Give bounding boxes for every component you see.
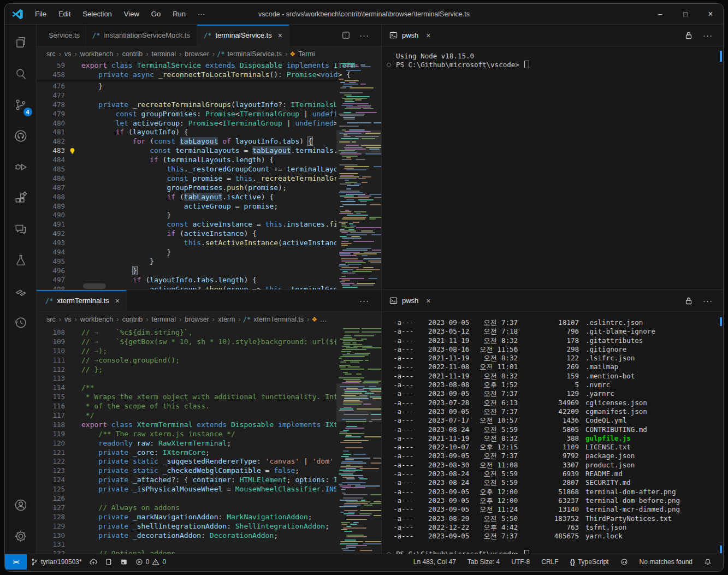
- breadcrumb-item[interactable]: contrib: [121, 50, 144, 58]
- code-line[interactable]: 128 private _markNavigationAddon: MarkNa…: [37, 513, 381, 522]
- code-line[interactable]: 483 const terminalLayouts = tabLayout.te…: [37, 146, 381, 156]
- code-line[interactable]: 494 }: [37, 248, 381, 257]
- terminal-output[interactable]: Using Node v18.15.0 PS C:\Github\microso…: [382, 46, 724, 289]
- search-icon[interactable]: [8, 60, 34, 87]
- search-matches[interactable]: No matches found: [636, 554, 696, 570]
- timeline-icon[interactable]: [8, 309, 34, 336]
- menu-edit[interactable]: Edit: [54, 8, 75, 20]
- code-line[interactable]: 477: [37, 91, 381, 100]
- menu-run[interactable]: Run: [168, 8, 191, 20]
- breadcrumb-file[interactable]: xtermTerminal.ts: [252, 316, 305, 323]
- code-editor-xterm-terminal[interactable]: 108// → `%c${dim.string}`,109// → `${get…: [37, 327, 381, 554]
- breadcrumb-item[interactable]: vs: [63, 316, 73, 323]
- breadcrumb-item[interactable]: workbench: [79, 50, 114, 58]
- code-line[interactable]: 119 /** The raw xterm.js instance */: [37, 430, 381, 439]
- code-line[interactable]: 130 private _decorationAddon: Decoration…: [37, 531, 381, 541]
- terminal-tab-pwsh[interactable]: pwsh ×: [382, 25, 439, 46]
- indentation[interactable]: Tab Size: 4: [464, 554, 504, 570]
- terminal-tab-pwsh[interactable]: pwsh ×: [382, 290, 439, 311]
- code-line[interactable]: 487 groupPromises.push(promise);: [37, 183, 381, 193]
- breadcrumb-file[interactable]: terminalService.ts: [227, 50, 283, 58]
- minimap-slider[interactable]: [336, 383, 381, 422]
- terminal-close-icon[interactable]: ×: [426, 297, 430, 305]
- breadcrumb-item[interactable]: contrib: [121, 316, 144, 323]
- code-line[interactable]: 127 // Always on addons: [37, 503, 381, 513]
- breadcrumb-item[interactable]: src: [45, 50, 57, 58]
- code-line[interactable]: 108// → `%c${dim.string}`,: [37, 328, 381, 337]
- menu-[interactable]: ···: [193, 8, 210, 20]
- code-line[interactable]: 458 private async _reconnectToLocalTermi…: [37, 70, 336, 80]
- code-line[interactable]: 110// →);: [37, 347, 381, 356]
- terminal-close-icon[interactable]: ×: [426, 31, 430, 40]
- breadcrumb-symbol[interactable]: Termi: [297, 50, 316, 58]
- tab-close-icon[interactable]: ×: [115, 297, 120, 305]
- explorer-icon[interactable]: [8, 29, 34, 56]
- breadcrumb[interactable]: src›vs›workbench›contrib›terminal›browse…: [37, 312, 381, 327]
- lock-icon[interactable]: [684, 31, 693, 40]
- publish-item[interactable]: [86, 554, 101, 570]
- menu-selection[interactable]: Selection: [78, 8, 116, 20]
- code-line[interactable]: 111// →console.groupEnd();: [37, 356, 381, 365]
- breadcrumb-item[interactable]: workbench: [79, 316, 114, 323]
- lock-icon[interactable]: [684, 297, 693, 305]
- more-actions-icon[interactable]: ···: [359, 296, 369, 305]
- breadcrumb-item[interactable]: browser: [184, 50, 210, 58]
- tab-terminal-service[interactable]: /* terminalService.ts ×: [197, 25, 289, 46]
- breadcrumb-item[interactable]: vs: [63, 50, 73, 58]
- tab-xterm-terminal[interactable]: /* xtermTerminal.ts ×: [37, 290, 127, 311]
- minimap-slider[interactable]: [336, 130, 381, 154]
- code-line[interactable]: 126: [37, 494, 381, 503]
- language-mode[interactable]: {} TypeScript: [566, 554, 613, 570]
- lightbulb-icon[interactable]: [68, 147, 76, 155]
- code-line[interactable]: 492 if (activeInstance) {: [37, 229, 381, 239]
- remote-tools-icon[interactable]: [8, 278, 34, 305]
- testing-icon[interactable]: [8, 247, 34, 274]
- code-line[interactable]: 495 }: [37, 257, 381, 266]
- more-actions-icon[interactable]: ···: [703, 296, 713, 305]
- tab-close-icon[interactable]: ×: [278, 31, 282, 40]
- code-line[interactable]: 131: [37, 540, 381, 549]
- code-line[interactable]: 112// };: [37, 365, 381, 375]
- problems-item[interactable]: 0 0: [132, 554, 170, 570]
- menu-file[interactable]: File: [30, 8, 51, 20]
- code-line[interactable]: 478 private _recreateTerminalGroups(layo…: [37, 100, 381, 110]
- code-line[interactable]: 129 private _shellIntegrationAddon: Shel…: [37, 522, 381, 531]
- breadcrumb-item[interactable]: terminal: [151, 50, 177, 58]
- code-line[interactable]: 489 activeGroup = promise;: [37, 202, 381, 211]
- breadcrumb-symbol[interactable]: …: [319, 316, 328, 323]
- minimap[interactable]: [336, 327, 381, 554]
- account-icon[interactable]: [8, 491, 34, 519]
- copilot-item[interactable]: [617, 554, 632, 570]
- breadcrumb-item[interactable]: browser: [184, 316, 210, 323]
- encoding[interactable]: UTF-8: [507, 554, 534, 570]
- code-line[interactable]: 132 // Optional addons: [37, 549, 381, 554]
- notebook-item[interactable]: [101, 554, 116, 570]
- more-actions-icon[interactable]: ···: [703, 31, 713, 40]
- breadcrumb-item[interactable]: terminal: [151, 316, 177, 323]
- code-line[interactable]: 491 const activeInstance = this.instance…: [37, 220, 381, 229]
- code-line[interactable]: 122 private static _suggestedRendererTyp…: [37, 457, 381, 466]
- code-line[interactable]: 116 * of the scope of this class.: [37, 402, 381, 411]
- maximize-button[interactable]: □: [673, 4, 698, 24]
- code-editor-terminal-service[interactable]: 476 }477478 private _recreateTerminalGro…: [37, 61, 381, 290]
- github-icon[interactable]: [8, 122, 34, 150]
- extensions-icon[interactable]: [8, 185, 34, 212]
- code-line[interactable]: 114/**: [37, 383, 381, 393]
- code-line[interactable]: 124 private _attached?: { container: HTM…: [37, 476, 381, 485]
- breadcrumb-item[interactable]: xterm: [217, 316, 236, 323]
- git-branch-item[interactable]: tyriar/190503*: [27, 554, 86, 570]
- code-line[interactable]: 59export class TerminalService extends D…: [37, 61, 336, 70]
- minimize-button[interactable]: –: [648, 4, 673, 24]
- more-actions-icon[interactable]: ···: [359, 31, 369, 40]
- source-control-icon[interactable]: 4: [8, 91, 34, 118]
- code-line[interactable]: 482 for (const tabLayout of layoutInfo.t…: [37, 137, 381, 146]
- menu-go[interactable]: Go: [146, 8, 165, 20]
- code-line[interactable]: 125 private _isPhysicalMouseWheel = Mous…: [37, 485, 381, 494]
- horizontal-scrollbar[interactable]: [83, 283, 106, 289]
- breadcrumb-item[interactable]: src: [45, 316, 57, 323]
- chat-icon[interactable]: [8, 216, 34, 243]
- code-line[interactable]: 480 let activeGroup: Promise<ITerminalGr…: [37, 119, 381, 128]
- close-button[interactable]: ×: [698, 4, 723, 24]
- terminal-output[interactable]: -a---2023-09-05 오전 7:3718107 .eslintrc.j…: [382, 312, 724, 554]
- code-line[interactable]: 484 if (terminalLayouts.length) {: [37, 156, 381, 165]
